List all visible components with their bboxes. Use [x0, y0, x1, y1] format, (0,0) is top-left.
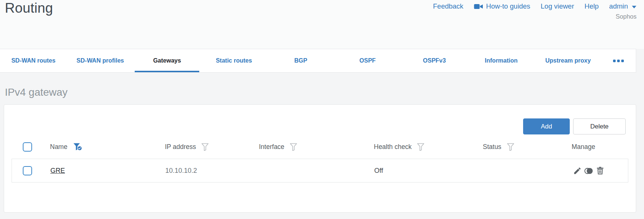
tab-static-routes[interactable]: Static routes: [200, 49, 267, 72]
video-camera-icon: [474, 3, 483, 10]
table-row: GRE 10.10.10.2 Off: [12, 159, 628, 182]
filter-icon[interactable]: [417, 143, 425, 151]
log-viewer-link[interactable]: Log viewer: [541, 2, 574, 10]
row-checkbox[interactable]: [23, 166, 32, 175]
feedback-link[interactable]: Feedback: [433, 2, 463, 10]
tab-sd-wan-profiles[interactable]: SD-WAN profiles: [67, 49, 134, 72]
help-link[interactable]: Help: [585, 2, 599, 10]
edit-icon[interactable]: [573, 166, 582, 175]
filter-icon[interactable]: [201, 143, 209, 151]
ellipsis-icon: [613, 60, 616, 62]
gateway-table-card: Add Delete Name IP address: [4, 104, 636, 213]
feedback-link-label: Feedback: [433, 2, 463, 10]
table-toolbar: Add Delete: [4, 105, 636, 134]
column-header-name: Name: [50, 143, 68, 151]
tab-gateways[interactable]: Gateways: [134, 49, 200, 72]
filter-active-icon[interactable]: [73, 143, 82, 151]
tab-sd-wan-routes[interactable]: SD-WAN routes: [0, 49, 67, 72]
column-header-ip-address: IP address: [165, 143, 196, 151]
more-tabs-button[interactable]: [601, 49, 636, 72]
ellipsis-icon: [621, 60, 624, 62]
table-header-row: Name IP address Interface: [12, 139, 628, 155]
help-label: Help: [585, 2, 599, 10]
select-all-checkbox[interactable]: [23, 142, 32, 152]
section-heading: IPv4 gateway: [5, 86, 644, 98]
tab-information[interactable]: Information: [468, 49, 535, 72]
chevron-down-icon: [632, 2, 637, 10]
gateway-health-check: Off: [369, 167, 478, 175]
filter-icon[interactable]: [290, 143, 297, 151]
delete-button[interactable]: Delete: [573, 118, 626, 134]
log-viewer-label: Log viewer: [541, 2, 574, 10]
add-button[interactable]: Add: [523, 118, 570, 134]
how-to-guides-label: How-to guides: [486, 2, 530, 10]
column-header-manage: Manage: [572, 143, 595, 151]
tab-ospf[interactable]: OSPF: [334, 49, 401, 72]
tab-ospfv3[interactable]: OSPFv3: [401, 49, 468, 72]
admin-menu[interactable]: admin: [609, 2, 637, 10]
delete-icon[interactable]: [596, 166, 604, 175]
tab-bgp[interactable]: BGP: [267, 49, 334, 72]
column-header-status: Status: [483, 143, 501, 151]
page-header: Routing Feedback How-to guides Log viewe…: [0, 0, 644, 49]
column-header-interface: Interface: [259, 143, 284, 151]
tab-upstream-proxy[interactable]: Upstream proxy: [535, 49, 601, 72]
ellipsis-icon: [617, 60, 620, 62]
routing-tabbar: SD-WAN routes SD-WAN profiles Gateways S…: [0, 49, 636, 73]
admin-menu-label: admin: [609, 2, 628, 10]
brand-label: Sophos: [616, 13, 637, 20]
column-header-health-check: Health check: [374, 143, 412, 151]
header-utility-nav: Feedback How-to guides Log viewer Help a…: [433, 2, 637, 20]
filter-icon[interactable]: [507, 143, 515, 151]
clone-icon[interactable]: [584, 166, 594, 175]
page-title: Routing: [5, 0, 53, 16]
gateway-name-link[interactable]: GRE: [50, 167, 65, 174]
gateway-ip-address: 10.10.10.2: [160, 167, 254, 175]
how-to-guides-link[interactable]: How-to guides: [474, 2, 530, 10]
